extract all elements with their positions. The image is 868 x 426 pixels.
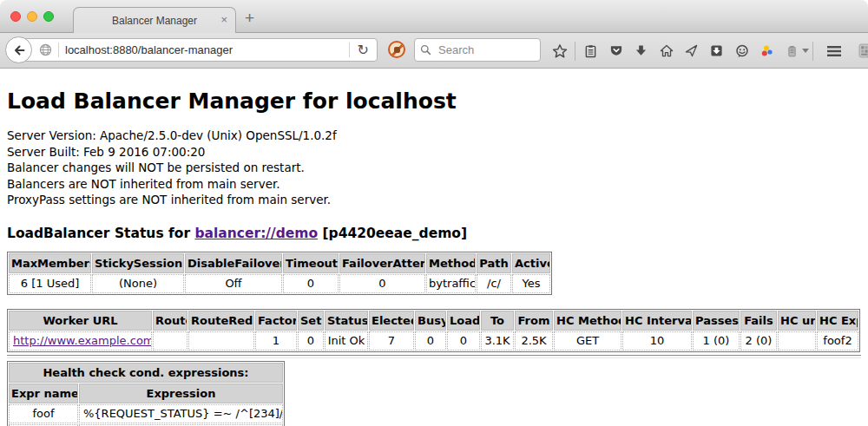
col-method: Method xyxy=(426,253,476,273)
tab-title: Balancer Manager xyxy=(112,15,197,27)
balancer-header-row: MaxMembers StickySession DisableFailover… xyxy=(9,253,550,273)
tab-strip: Balancer Manager × + xyxy=(0,0,868,33)
worker-data-row: http://www.example.com/ 1 0 Init Ok 7 0 … xyxy=(9,331,858,351)
health-table-title: Health check cond. expressions: xyxy=(9,363,283,383)
toolbar-separator xyxy=(575,42,575,61)
col-expression: Expression xyxy=(79,383,283,403)
clipboard-icon[interactable] xyxy=(578,41,603,62)
site-identity-globe-icon[interactable] xyxy=(39,43,52,56)
balancer-data-row: 6 [1 Used] (None) Off 0 0 bytraffic /c/ … xyxy=(9,274,550,293)
cell-busy: 0 xyxy=(415,331,446,351)
url-bar[interactable]: localhost:8880/balancer-manager ↻ xyxy=(17,38,378,62)
cell-factor: 1 xyxy=(255,331,297,351)
reload-button[interactable]: ↻ xyxy=(356,43,377,57)
download-arrow-icon[interactable] xyxy=(628,41,654,62)
col-status: Status xyxy=(325,311,368,331)
col-expr-name: Expr name xyxy=(9,383,78,403)
cell-load: 0 xyxy=(447,331,480,351)
health-header-row: Expr name Expression xyxy=(9,383,283,403)
url-text[interactable]: localhost:8880/balancer-manager xyxy=(65,43,343,56)
cell-elected: 7 xyxy=(369,331,414,351)
col-from: From xyxy=(515,311,553,331)
col-disablefailover: DisableFailover xyxy=(185,253,282,273)
persist-note-line: Balancer changes will NOT be persisted o… xyxy=(7,160,861,176)
worker-header-row: Worker URL Route RouteRedir Factor Set S… xyxy=(9,311,858,331)
loadbalancer-status-heading: LoadBalancer Status for balancer://demo … xyxy=(7,226,861,241)
active-tab[interactable]: Balancer Manager × xyxy=(73,7,236,33)
col-timeout: Timeout xyxy=(283,253,339,273)
status-suffix: [p4420eeae_demo] xyxy=(318,226,467,241)
window-zoom-button[interactable] xyxy=(43,11,54,22)
pocket-icon[interactable] xyxy=(603,41,628,62)
col-hc-method: HC Method xyxy=(554,311,621,331)
cell-active: Yes xyxy=(512,274,550,293)
urlbar-divider xyxy=(58,43,59,57)
col-hc-expr: HC Expr xyxy=(817,311,858,331)
urlbar-divider xyxy=(349,43,350,57)
balancer-summary-table: MaxMembers StickySession DisableFailover… xyxy=(7,252,552,295)
tab-close-icon[interactable]: × xyxy=(220,13,227,27)
health-check-table: Health check cond. expressions: Expr nam… xyxy=(7,361,285,426)
col-load: Load xyxy=(447,311,480,331)
cell-stickysession: (None) xyxy=(92,274,184,293)
col-active: Active xyxy=(512,253,550,273)
cell-passes: 1 (0) xyxy=(693,331,740,351)
blocked-content-icon[interactable] xyxy=(388,41,405,58)
cell-hc-method: GET xyxy=(554,331,621,351)
cell-expression-foof: %{REQUEST_STATUS} =~ /^[234]/ xyxy=(79,404,283,423)
cell-method: bytraffic xyxy=(426,274,476,293)
col-passes: Passes xyxy=(693,311,740,331)
col-busy: Busy xyxy=(415,311,446,331)
cell-expr-name-foof: foof xyxy=(9,404,78,423)
cell-hc-expr: foof2 xyxy=(817,331,858,351)
cell-from: 2.5K xyxy=(515,331,553,351)
worker-url-link[interactable]: http://www.example.com/ xyxy=(13,334,152,347)
worker-table: Worker URL Route RouteRedir Factor Set S… xyxy=(7,309,860,352)
send-to-device-icon[interactable] xyxy=(679,41,704,62)
col-path: Path xyxy=(477,253,511,273)
emoji-smiley-icon[interactable] xyxy=(729,41,754,62)
col-routeredir: RouteRedir xyxy=(188,311,254,331)
server-built-line: Server Built: Feb 9 2016 07:00:20 xyxy=(7,144,861,161)
cell-path: /c/ xyxy=(477,274,511,293)
bookmark-star-icon[interactable] xyxy=(547,41,572,62)
col-stickysession: StickySession xyxy=(92,253,184,273)
browser-window: Balancer Manager × + localhost:8880/bala… xyxy=(0,0,868,426)
balancer-demo-link[interactable]: balancer://demo xyxy=(194,226,318,241)
col-to: To xyxy=(481,311,514,331)
proxypass-note-line: ProxyPass settings are NOT inherited fro… xyxy=(7,192,861,208)
window-minimize-button[interactable] xyxy=(27,11,37,22)
chevron-down-icon[interactable] xyxy=(801,49,810,53)
cell-hc-interval: 10 xyxy=(622,331,692,351)
pixel-grid-addon-icon[interactable] xyxy=(853,41,868,62)
home-icon[interactable] xyxy=(654,41,679,62)
search-input[interactable] xyxy=(437,43,535,57)
search-icon xyxy=(420,44,431,56)
col-worker-url: Worker URL xyxy=(9,311,152,331)
col-maxmembers: MaxMembers xyxy=(9,253,91,273)
new-tab-button[interactable]: + xyxy=(245,9,254,28)
search-bar[interactable] xyxy=(414,38,541,62)
health-title-row: Health check cond. expressions: xyxy=(9,363,283,383)
cell-maxmembers: 6 [1 Used] xyxy=(9,274,91,293)
toolbar-icons xyxy=(547,33,868,69)
cell-to: 3.1K xyxy=(481,331,514,351)
window-close-button[interactable] xyxy=(10,11,21,22)
back-button[interactable] xyxy=(5,36,32,63)
page-title: Load Balancer Manager for localhost xyxy=(7,88,861,114)
cell-status: Init Ok xyxy=(325,331,368,351)
menu-hamburger-icon[interactable] xyxy=(821,41,846,62)
col-hc-interval: HC Interval xyxy=(622,311,692,331)
server-version-line: Server Version: Apache/2.5.0-dev (Unix) … xyxy=(7,128,861,144)
cell-failoverattempts: 0 xyxy=(339,274,425,293)
colored-dots-addon-icon[interactable] xyxy=(754,41,779,62)
col-hc-uri: HC uri xyxy=(778,311,816,331)
video-download-icon[interactable] xyxy=(704,41,729,62)
back-arrow-icon xyxy=(12,43,26,57)
col-failoverattempts: FailoverAttempts xyxy=(339,253,425,273)
section-divider xyxy=(7,355,861,358)
status-prefix: LoadBalancer Status for xyxy=(7,226,194,241)
cell-set: 0 xyxy=(298,331,324,351)
toolbar-separator xyxy=(812,42,813,61)
navigation-toolbar: localhost:8880/balancer-manager ↻ xyxy=(0,33,868,69)
